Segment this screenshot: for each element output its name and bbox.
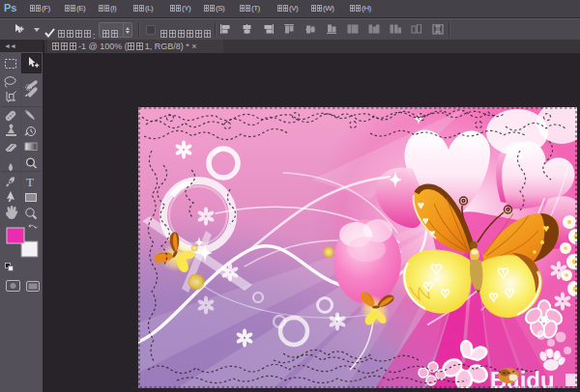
svg-text:T: T	[26, 175, 34, 189]
